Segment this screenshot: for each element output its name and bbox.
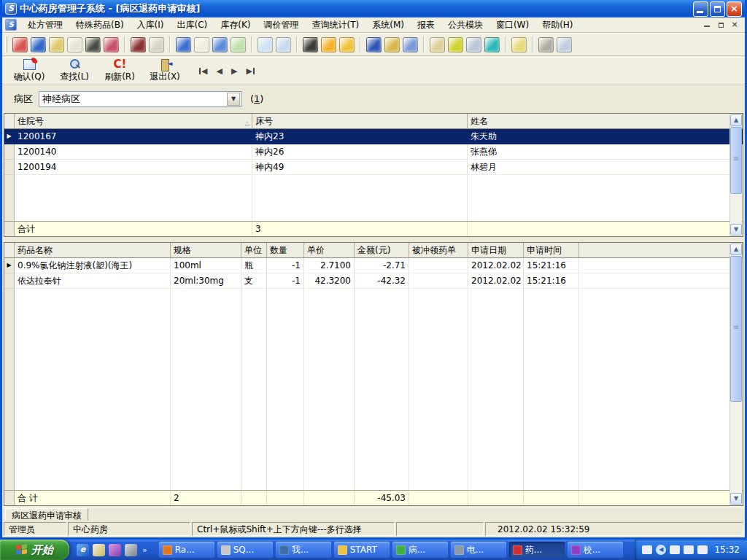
patient-row[interactable]: ▶ 1200167 神内23 朱天助 [4, 129, 743, 144]
menu-help[interactable]: 帮助(H) [535, 18, 579, 33]
first-aid-kit-icon[interactable] [12, 37, 28, 52]
scroll-thumb[interactable] [730, 127, 742, 194]
keyboard-layout-icon[interactable] [642, 545, 652, 554]
zoom-icon[interactable] [466, 37, 481, 52]
mdi-close-button[interactable]: × [729, 20, 740, 30]
scroll-thumb[interactable] [730, 256, 742, 402]
close-box-icon[interactable] [484, 37, 500, 52]
taskbar-item-bing[interactable]: 病... [392, 542, 448, 558]
last-record-button[interactable]: ▶ [246, 67, 254, 75]
mail-check-icon[interactable] [49, 37, 64, 52]
thermometer-icon[interactable] [448, 37, 463, 52]
drug-row[interactable]: 依达拉奉针 20ml:30mg 支 -1 42.3200 -42.32 2012… [4, 273, 743, 289]
drug-row[interactable]: ▶ 0.9%氯化钠注射液(塑)(海王) 100ml 瓶 -1 2.7100 -2… [4, 258, 743, 273]
taskbar-item-yao[interactable]: 药... [509, 542, 565, 558]
scroll-up-icon[interactable]: ▲ [730, 114, 742, 126]
network-icon[interactable] [697, 545, 708, 554]
keypad-icon[interactable] [303, 37, 318, 52]
folder-export-icon[interactable] [511, 37, 527, 52]
menu-special-drugs[interactable]: 特殊药品(B) [69, 18, 131, 33]
col-voucher[interactable]: 被冲领药单 [409, 243, 468, 258]
ward-combobox[interactable]: 神经病区 ▼ [39, 91, 241, 107]
col-amount[interactable]: 金额(元) [355, 243, 409, 258]
taskbar-item-ra[interactable]: Ra... [159, 542, 214, 558]
first-record-button[interactable]: ◀ [199, 67, 207, 75]
disk-disabled-icon[interactable] [538, 37, 554, 52]
tray-collapse-icon[interactable]: ◀ [656, 545, 666, 555]
binoculars-icon[interactable] [85, 37, 101, 52]
menu-reports[interactable]: 报表 [411, 18, 441, 33]
mdi-restore-button[interactable] [715, 20, 727, 30]
exit-button[interactable]: 退出(X) [144, 58, 186, 85]
close-button[interactable]: × [727, 1, 742, 17]
table-edit-icon[interactable] [258, 37, 273, 52]
user-search-icon[interactable] [131, 37, 146, 52]
taskbar-item-xiao[interactable]: 校... [568, 542, 623, 558]
refresh-button[interactable]: C! 刷新(R) [98, 58, 141, 85]
menu-inbound[interactable]: 入库(I) [131, 18, 171, 33]
medicine-bottle-icon[interactable] [31, 37, 46, 52]
menu-common-modules[interactable]: 公共模块 [441, 18, 489, 33]
col-bed-no[interactable]: 床号 [252, 114, 468, 129]
paint-icon[interactable] [109, 544, 121, 556]
taskbar-item-dian[interactable]: 电... [451, 542, 506, 558]
document-settings-icon[interactable] [104, 37, 119, 52]
folder-open-icon[interactable] [430, 37, 445, 52]
network-icon[interactable] [684, 545, 694, 554]
col-drug-name[interactable]: 药品名称 [15, 243, 171, 258]
taskbar-item-sq[interactable]: SQ... [217, 542, 273, 558]
mail-notify-icon[interactable] [670, 545, 680, 554]
table-delete-icon[interactable] [276, 37, 291, 52]
new-window-icon[interactable] [149, 37, 164, 52]
ie-icon[interactable]: e [77, 544, 89, 556]
menu-inventory[interactable]: 库存(K) [214, 18, 257, 33]
scroll-up-icon[interactable]: ▲ [730, 244, 742, 255]
col-admission-no[interactable]: 住院号△ [15, 114, 252, 129]
find-button[interactable]: 查找(L) [53, 58, 96, 85]
col-patient-name[interactable]: 姓名 [468, 114, 743, 129]
trash-icon[interactable] [366, 37, 382, 52]
folder-search-icon[interactable] [384, 37, 400, 52]
window-search-icon[interactable] [403, 37, 418, 52]
zoom-secondary-icon[interactable] [557, 37, 572, 52]
patient-row[interactable]: 1200140 神内26 张燕俤 [4, 144, 743, 160]
next-record-button[interactable]: ▶ [231, 67, 237, 75]
taskbar-item-start-folder[interactable]: START [334, 542, 390, 558]
document-check-icon[interactable] [231, 37, 246, 52]
col-apply-date[interactable]: 申请日期 [468, 243, 524, 258]
confirm-button[interactable]: 确认(Q) [8, 58, 50, 85]
chevron-down-icon[interactable]: ▼ [227, 93, 240, 106]
menu-price-adjust[interactable]: 调价管理 [258, 18, 306, 33]
minimize-button[interactable] [693, 1, 708, 17]
checkbox-icon[interactable] [194, 37, 209, 52]
col-price[interactable]: 单价 [304, 243, 355, 258]
scroll-down-icon[interactable]: ▼ [730, 493, 742, 505]
overflow-chevron-icon[interactable]: » [141, 545, 149, 555]
col-spec[interactable]: 规格 [171, 243, 241, 258]
alarm-box-icon[interactable] [339, 37, 355, 52]
col-unit[interactable]: 单位 [241, 243, 267, 258]
col-qty[interactable]: 数量 [267, 243, 304, 258]
mail-icon[interactable] [93, 544, 105, 556]
taskbar-item-wo[interactable]: 我... [276, 542, 331, 558]
menu-system[interactable]: 系统(M) [365, 18, 411, 33]
clipboard-copy-icon[interactable] [212, 37, 228, 52]
tray-clock[interactable]: 15:32 [711, 545, 740, 555]
drugs-grid-scrollbar[interactable]: ▲ ▼ [729, 244, 742, 505]
tab-ward-refund-review[interactable]: 病区退药申请审核 [5, 508, 88, 521]
col-apply-time[interactable]: 申请时间 [524, 243, 579, 258]
prev-record-button[interactable]: ◀ [216, 67, 222, 75]
patient-row[interactable]: 1200194 神内49 林碧月 [4, 160, 743, 175]
clipboard-add-icon[interactable] [176, 37, 191, 52]
bell-icon[interactable] [321, 37, 336, 52]
calculator-icon[interactable] [125, 544, 137, 556]
menu-prescription[interactable]: 处方管理 [21, 18, 69, 33]
patients-grid-scrollbar[interactable]: ▲ ▼ [729, 114, 742, 236]
start-button[interactable]: 开始 [0, 540, 69, 560]
mdi-minimize-button[interactable] [701, 20, 713, 30]
menu-query-stats[interactable]: 查询统计(T) [306, 18, 366, 33]
edit-prescription-icon[interactable] [67, 37, 82, 52]
menu-window[interactable]: 窗口(W) [489, 18, 535, 33]
menu-outbound[interactable]: 出库(C) [171, 18, 214, 33]
scroll-down-icon[interactable]: ▼ [730, 224, 742, 236]
